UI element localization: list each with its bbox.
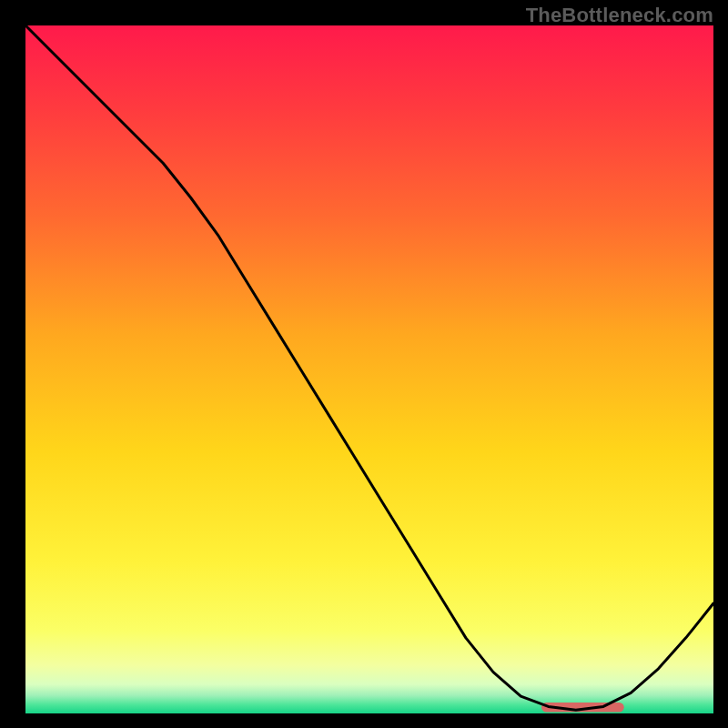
chart-stage: TheBottleneck.com: [0, 0, 728, 728]
attribution-label: TheBottleneck.com: [526, 4, 713, 27]
bottleneck-chart: [25, 25, 713, 713]
